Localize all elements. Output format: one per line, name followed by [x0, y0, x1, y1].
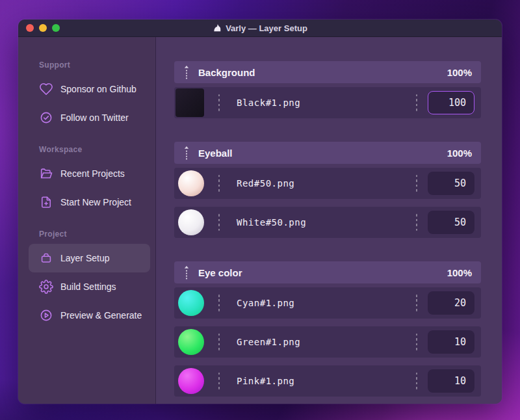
layer-weight-input[interactable]: [428, 172, 474, 195]
sidebar-item-label: Recent Projects: [60, 168, 125, 179]
group-title: Eyeball: [198, 148, 233, 159]
layer-thumbnail: [178, 329, 204, 355]
divider-dots: [218, 214, 220, 231]
layer-filename: Pink#1.png: [237, 376, 294, 386]
heart-icon: [39, 82, 53, 96]
sidebar-item-build-settings[interactable]: Build Settings: [29, 272, 150, 301]
divider-dots: [416, 94, 417, 111]
divider-dots: [218, 334, 220, 350]
layer-row: Green#1.png: [174, 326, 481, 358]
unicorn-icon: [213, 23, 222, 33]
sidebar-item-recent-projects[interactable]: Recent Projects: [29, 159, 150, 188]
sidebar-item-preview-generate[interactable]: Preview & Generate: [29, 301, 150, 330]
layer-group-eye-color: Eye color 100% Cyan#1.png Green#1.png: [174, 261, 481, 397]
divider-dots: [416, 334, 417, 350]
sidebar-section-workspace: Workspace: [39, 145, 155, 154]
divider-dots: [218, 94, 220, 111]
title-bar: Varly — Layer Setup: [18, 20, 502, 37]
group-percent: 100%: [447, 67, 472, 78]
group-percent: 100%: [447, 267, 472, 278]
drag-handle-icon[interactable]: [183, 146, 190, 160]
layer-filename: Green#1.png: [237, 337, 300, 347]
layer-filename: Red#50.png: [237, 178, 294, 189]
group-percent: 100%: [447, 148, 472, 159]
layer-weight-input[interactable]: [428, 91, 474, 114]
layer-thumbnail: [178, 368, 204, 394]
sidebar-item-label: Build Settings: [60, 282, 116, 292]
group-header: Eyeball 100%: [174, 142, 481, 164]
layer-filename: White#50.png: [237, 217, 306, 228]
layer-filename: Cyan#1.png: [237, 298, 294, 308]
close-button[interactable]: [26, 24, 34, 32]
window-title: Varly — Layer Setup: [18, 23, 502, 33]
layer-setup-panel: Background 100% Black#1.png: [156, 37, 502, 404]
layer-thumbnail: [178, 170, 204, 196]
file-plus-icon: [39, 195, 53, 209]
divider-dots: [218, 373, 220, 389]
window-controls: [26, 20, 60, 36]
window-title-text: Varly — Layer Setup: [226, 23, 307, 33]
layer-filename: Black#1.png: [237, 98, 300, 108]
drag-handle-icon[interactable]: [183, 65, 190, 79]
layer-weight-input[interactable]: [428, 211, 474, 234]
layer-row: Pink#1.png: [174, 365, 481, 397]
sidebar-item-follow-on-twitter[interactable]: Follow on Twitter: [29, 103, 150, 132]
sidebar-item-label: Sponsor on Github: [60, 84, 136, 94]
divider-dots: [416, 175, 417, 192]
sidebar-section-project: Project: [39, 230, 155, 239]
layer-row: White#50.png: [174, 207, 481, 238]
sidebar-item-label: Start New Project: [60, 197, 131, 207]
sidebar-item-label: Follow on Twitter: [60, 112, 129, 123]
sidebar-item-start-new-project[interactable]: Start New Project: [29, 188, 150, 217]
layer-thumbnail: [178, 209, 204, 235]
divider-dots: [218, 175, 220, 192]
layer-row: Black#1.png: [174, 87, 481, 118]
sidebar-section-support: Support: [39, 60, 155, 70]
app-window: Varly — Layer Setup Support Sponsor on G…: [18, 20, 502, 404]
layer-weight-input[interactable]: [428, 330, 474, 354]
sidebar-item-label: Preview & Generate: [60, 310, 142, 321]
divider-dots: [416, 214, 417, 231]
group-title: Background: [198, 67, 255, 78]
badge-check-icon: [39, 111, 53, 125]
minimize-button[interactable]: [39, 24, 47, 32]
sidebar-item-label: Layer Setup: [60, 253, 110, 263]
zoom-button[interactable]: [52, 24, 60, 32]
sidebar-item-sponsor-on-github[interactable]: Sponsor on Github: [29, 75, 150, 103]
drag-handle-icon[interactable]: [183, 265, 190, 280]
layer-row: Red#50.png: [174, 168, 481, 199]
archive-box-icon: [39, 251, 53, 265]
divider-dots: [218, 295, 220, 311]
group-header: Background 100%: [174, 61, 481, 83]
sidebar: Support Sponsor on Github Follow on Twit…: [18, 37, 156, 404]
group-header: Eye color 100%: [174, 261, 481, 283]
layer-group-background: Background 100% Black#1.png: [174, 61, 481, 118]
play-circle-icon: [39, 308, 53, 322]
layer-thumbnail: [176, 88, 204, 117]
layer-weight-input[interactable]: [428, 291, 474, 315]
layer-row: Cyan#1.png: [174, 287, 481, 319]
divider-dots: [416, 373, 417, 389]
layer-group-eyeball: Eyeball 100% Red#50.png White#50.png: [174, 142, 481, 238]
divider-dots: [416, 295, 417, 311]
gear-icon: [39, 280, 53, 294]
layer-weight-input[interactable]: [428, 369, 474, 393]
folder-open-icon: [39, 166, 53, 181]
sidebar-item-layer-setup[interactable]: Layer Setup: [29, 244, 150, 272]
layer-thumbnail: [178, 290, 204, 316]
group-title: Eye color: [198, 267, 242, 278]
